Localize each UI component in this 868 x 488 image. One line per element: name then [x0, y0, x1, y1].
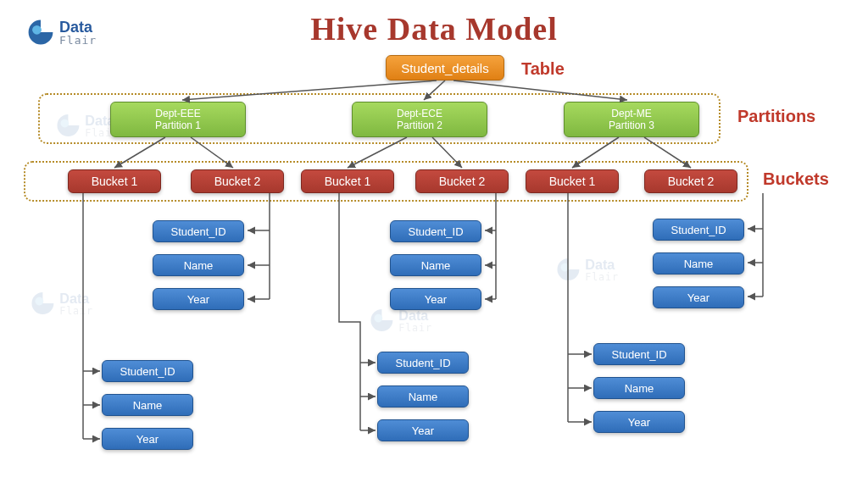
field-node: Name — [153, 254, 244, 276]
svg-point-3 — [374, 314, 382, 323]
field-node: Student_ID — [377, 352, 469, 374]
field-node: Student_ID — [653, 219, 744, 241]
field-node: Student_ID — [153, 220, 244, 242]
partitions-label: Partitions — [737, 107, 815, 126]
field-node: Student_ID — [593, 343, 685, 365]
watermark: DataFlair — [29, 290, 93, 317]
bucket-node-p2-b1: Bucket 1 — [301, 169, 394, 193]
table-label: Table — [521, 59, 565, 79]
partition-dept: Dept-ME — [565, 108, 698, 119]
field-node: Student_ID — [102, 360, 193, 382]
field-node: Name — [593, 377, 685, 399]
bucket-node-p3-b2: Bucket 2 — [644, 169, 737, 193]
field-node: Year — [102, 428, 193, 450]
table-node: Student_details — [386, 55, 504, 80]
field-node: Name — [653, 252, 744, 274]
field-node: Year — [377, 419, 469, 441]
partition-num: Partition 3 — [565, 119, 698, 131]
field-node: Student_ID — [390, 220, 481, 242]
svg-point-4 — [560, 263, 569, 272]
svg-point-2 — [35, 297, 43, 306]
partition-node-3: Dept-ME Partition 3 — [564, 102, 699, 137]
field-node: Name — [377, 385, 469, 408]
bucket-node-p3-b1: Bucket 1 — [526, 169, 619, 193]
partition-node-2: Dept-ECE Partition 2 — [352, 102, 487, 137]
partition-num: Partition 1 — [111, 119, 245, 131]
partition-dept: Dept-EEE — [111, 108, 245, 119]
watermark: DataFlair — [554, 256, 619, 283]
partition-node-1: Dept-EEE Partition 1 — [110, 102, 246, 137]
partition-dept: Dept-ECE — [353, 108, 487, 119]
bucket-node-p1-b2: Bucket 2 — [191, 169, 284, 193]
field-node: Name — [102, 394, 193, 416]
field-node: Year — [390, 288, 481, 310]
watermark: DataFlair — [368, 307, 432, 334]
buckets-label: Buckets — [763, 169, 829, 189]
field-node: Year — [653, 286, 744, 308]
bucket-node-p2-b2: Bucket 2 — [415, 169, 509, 193]
table-node-text: Student_details — [387, 61, 504, 75]
field-node: Year — [153, 288, 244, 310]
page-title: Hive Data Model — [0, 10, 868, 47]
field-node: Year — [593, 411, 685, 433]
partition-num: Partition 2 — [353, 119, 487, 131]
field-node: Name — [390, 254, 481, 276]
bucket-node-p1-b1: Bucket 1 — [68, 169, 161, 193]
